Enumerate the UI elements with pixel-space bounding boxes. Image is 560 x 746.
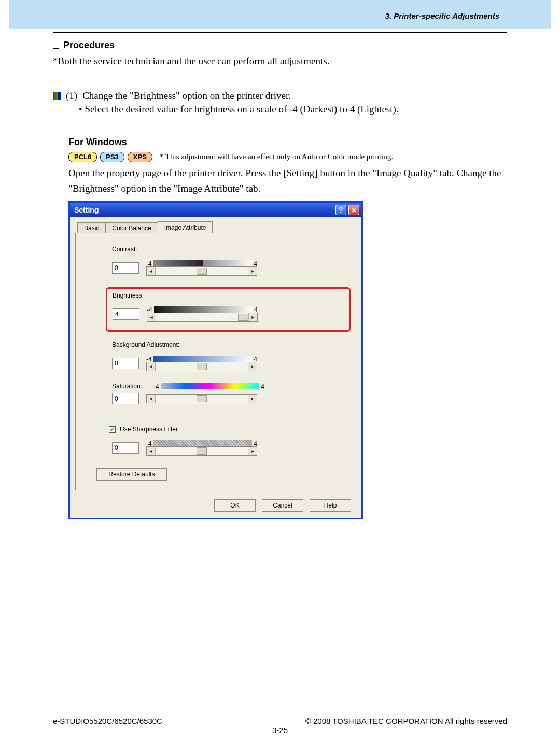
driver-tags-row: PCL6 PS3 XPS * This adjustment will have…	[53, 152, 507, 163]
background-gradient-icon	[153, 356, 252, 362]
sharpness-checkbox[interactable]: ✔	[109, 426, 116, 433]
contrast-slider[interactable]: ◄ ►	[146, 266, 257, 276]
group-divider	[104, 416, 348, 416]
square-bullet-icon	[53, 43, 59, 49]
brightness-highlight: Brightness: 4 -4 4 ◄	[106, 287, 351, 332]
arrow-left-icon[interactable]: ◄	[147, 313, 156, 321]
brightness-input[interactable]: 4	[113, 308, 139, 320]
footer-copyright: © 2008 TOSHIBA TEC CORPORATION All right…	[305, 716, 507, 725]
step-1: (1) Change the "Brightness" option on th…	[53, 90, 507, 115]
brightness-label: Brightness:	[113, 292, 344, 299]
procedures-title: Procedures	[63, 40, 115, 51]
arrow-right-icon[interactable]: ►	[248, 362, 257, 371]
tag-pcl6: PCL6	[68, 152, 97, 163]
cancel-button[interactable]: Cancel	[262, 499, 303, 512]
tab-body: Contrast: 0 -4 4 ◄ ►	[75, 233, 356, 490]
page-number: 3-25	[0, 726, 560, 735]
arrow-right-icon[interactable]: ►	[248, 447, 257, 455]
background-label: Background Adjustment:	[112, 341, 340, 348]
close-icon[interactable]: ✕	[348, 205, 359, 215]
section-header: 3. Printer-specific Adjustments	[385, 11, 499, 20]
dialog-screenshot: Setting ? ✕ Basic Color Balance Image At…	[68, 201, 363, 519]
arrow-left-icon[interactable]: ◄	[147, 395, 156, 403]
arrow-right-icon[interactable]: ►	[248, 313, 257, 321]
windows-paragraph: Open the property page of the printer dr…	[53, 165, 507, 196]
tabs: Basic Color Balance Image Attribute	[70, 217, 361, 233]
sharpness-row: 0 -4 4 ◄ ►	[112, 440, 340, 456]
for-windows-heading: For Windows	[53, 137, 507, 148]
footer-model: e-STUDIO5520C/6520C/6530C	[53, 716, 162, 725]
procedures-note: *Both the service technician and the use…	[53, 54, 507, 68]
saturation-gradient-icon	[161, 383, 259, 389]
arrow-left-icon[interactable]: ◄	[147, 362, 156, 371]
range-min: -4	[153, 383, 159, 390]
tab-image-attribute[interactable]: Image Attribute	[158, 221, 213, 233]
tag-xps: XPS	[128, 152, 152, 163]
titlebar[interactable]: Setting ? ✕	[70, 203, 361, 217]
dialog-buttons: OK Cancel Help	[70, 496, 361, 518]
tricolor-icon	[53, 92, 61, 100]
help-icon[interactable]: ?	[335, 205, 346, 215]
page-content: Procedures *Both the service technician …	[53, 33, 507, 519]
step-text: Change the "Brightness" option on the pr…	[82, 90, 291, 102]
procedures-heading: Procedures	[53, 40, 507, 51]
sharpness-checkbox-row: ✔ Use Sharpness Filter	[109, 426, 340, 433]
sharpness-gradient-icon	[153, 440, 252, 446]
page-header-bar: 3. Printer-specific Adjustments	[9, 0, 551, 29]
help-button[interactable]: Help	[310, 499, 351, 512]
page-footer: e-STUDIO5520C/6520C/6530C © 2008 TOSHIBA…	[0, 716, 560, 725]
dialog-title: Setting	[74, 206, 99, 214]
setting-dialog: Setting ? ✕ Basic Color Balance Image At…	[68, 201, 363, 519]
restore-defaults-button[interactable]: Restore Defaults	[96, 468, 167, 481]
contrast-gradient-icon	[153, 260, 252, 266]
sharpness-checkbox-label: Use Sharpness Filter	[120, 426, 178, 433]
sharpness-input[interactable]: 0	[112, 442, 139, 454]
tag-note: * This adjustment will have an effect on…	[160, 152, 393, 161]
arrow-right-icon[interactable]: ►	[248, 395, 257, 403]
tag-ps3: PS3	[100, 152, 124, 163]
arrow-right-icon[interactable]: ►	[248, 267, 257, 275]
arrow-left-icon[interactable]: ◄	[147, 447, 156, 455]
background-slider[interactable]: ◄ ►	[146, 362, 257, 371]
step-number: (1)	[66, 90, 77, 102]
contrast-label: Contrast:	[112, 246, 340, 253]
range-max: 4	[261, 383, 264, 390]
brightness-gradient-icon	[154, 306, 253, 313]
arrow-left-icon[interactable]: ◄	[147, 267, 156, 275]
ok-button[interactable]: OK	[214, 499, 256, 512]
saturation-slider[interactable]: ◄ ►	[146, 394, 257, 403]
background-block: Background Adjustment: 0 -4 4 ◄	[112, 341, 340, 371]
sharpness-slider[interactable]: ◄ ►	[146, 446, 257, 456]
step-bullet: • Select the desired value for brightnes…	[53, 104, 507, 115]
contrast-block: Contrast: 0 -4 4 ◄ ►	[112, 246, 340, 276]
saturation-block: Saturation: -4 4 0	[112, 383, 340, 404]
background-input[interactable]: 0	[112, 358, 139, 369]
brightness-slider[interactable]: ◄ ►	[147, 313, 258, 322]
saturation-input[interactable]: 0	[112, 393, 139, 404]
contrast-input[interactable]: 0	[112, 262, 139, 274]
saturation-label: Saturation:	[112, 383, 159, 390]
